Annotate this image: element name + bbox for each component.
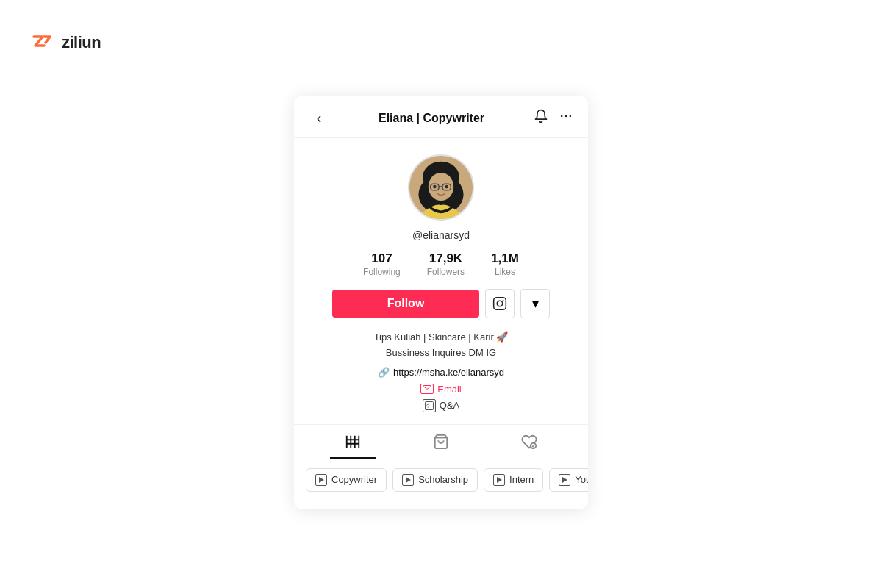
svg-point-3 xyxy=(570,115,572,118)
follow-button[interactable]: Follow xyxy=(332,290,479,318)
avatar xyxy=(408,154,474,220)
following-label: Following xyxy=(363,267,401,277)
logo-area: ziliun xyxy=(29,29,101,56)
svg-rect-13 xyxy=(494,298,506,310)
svg-rect-0 xyxy=(29,29,56,56)
dropdown-button[interactable]: ▾ xyxy=(520,289,550,318)
qa-icon: ? xyxy=(423,399,436,412)
svg-point-12 xyxy=(445,185,448,189)
top-nav: ‹ Eliana | Copywriter xyxy=(294,96,588,138)
dropdown-icon: ▾ xyxy=(532,295,539,312)
category-copywriter-label: Copywriter xyxy=(331,474,377,485)
likes-count: 1,1M xyxy=(491,251,519,266)
avatar-image xyxy=(409,154,473,220)
email-label: Email xyxy=(437,384,462,395)
category-your-t-label: Your T... xyxy=(575,474,588,485)
tabs-row xyxy=(294,424,588,459)
category-scholarship[interactable]: Scholarship xyxy=(392,468,478,492)
profile-section: @elianarsyd 107 Following 17,9K Follower… xyxy=(294,138,588,424)
category-your-t[interactable]: Your T... xyxy=(549,468,588,492)
svg-point-11 xyxy=(433,185,437,189)
category-intern-label: Intern xyxy=(509,474,534,485)
tab-shop[interactable] xyxy=(418,425,464,459)
svg-point-14 xyxy=(497,301,503,306)
category-play-icon-2 xyxy=(402,474,414,486)
instagram-button[interactable] xyxy=(485,289,514,318)
tab-videos[interactable] xyxy=(330,425,376,459)
categories-row: Copywriter Scholarship Intern Your T... xyxy=(294,468,588,492)
bio-line1: Tips Kuliah | Skincare | Karir 🚀 xyxy=(374,330,509,345)
following-stat: 107 Following xyxy=(363,251,401,277)
svg-text:?: ? xyxy=(426,403,430,409)
tab-favorites[interactable] xyxy=(506,425,552,459)
username: @elianarsyd xyxy=(412,229,470,241)
followers-label: Followers xyxy=(427,267,465,277)
category-intern[interactable]: Intern xyxy=(484,468,543,492)
email-row[interactable]: Email xyxy=(420,384,462,395)
category-play-icon-3 xyxy=(493,474,505,486)
email-icon xyxy=(420,384,434,394)
likes-stat: 1,1M Likes xyxy=(491,251,519,277)
stats-row: 107 Following 17,9K Followers 1,1M Likes xyxy=(309,251,573,277)
svg-point-15 xyxy=(503,300,504,301)
followers-stat: 17,9K Followers xyxy=(427,251,465,277)
link-icon: 🔗 xyxy=(378,367,390,378)
page-title: Eliana | Copywriter xyxy=(379,112,484,125)
category-play-icon xyxy=(315,474,327,486)
more-options-icon[interactable] xyxy=(559,109,573,127)
svg-point-1 xyxy=(561,115,563,118)
category-play-icon-4 xyxy=(559,474,570,486)
followers-count: 17,9K xyxy=(429,251,462,266)
category-scholarship-label: Scholarship xyxy=(418,474,468,485)
notification-bell-icon[interactable] xyxy=(534,109,548,127)
link-url: https://msha.ke/elianarsyd xyxy=(393,367,504,378)
category-copywriter[interactable]: Copywriter xyxy=(306,468,387,492)
action-row: Follow ▾ xyxy=(309,289,573,318)
profile-card: ‹ Eliana | Copywriter xyxy=(294,96,588,509)
profile-link[interactable]: 🔗 https://msha.ke/elianarsyd xyxy=(378,367,504,378)
ziliun-logo-icon xyxy=(29,29,56,56)
bio-text: Tips Kuliah | Skincare | Karir 🚀 Bussine… xyxy=(374,330,509,361)
nav-actions xyxy=(534,109,573,127)
svg-point-2 xyxy=(565,115,567,118)
back-button[interactable]: ‹ xyxy=(309,110,329,126)
following-count: 107 xyxy=(371,251,392,266)
qa-row[interactable]: ? Q&A xyxy=(423,399,459,412)
bio-line2: Bussiness Inquires DM IG xyxy=(374,345,509,361)
qa-label: Q&A xyxy=(440,400,459,411)
likes-label: Likes xyxy=(495,267,515,277)
logo-text: ziliun xyxy=(62,33,101,52)
